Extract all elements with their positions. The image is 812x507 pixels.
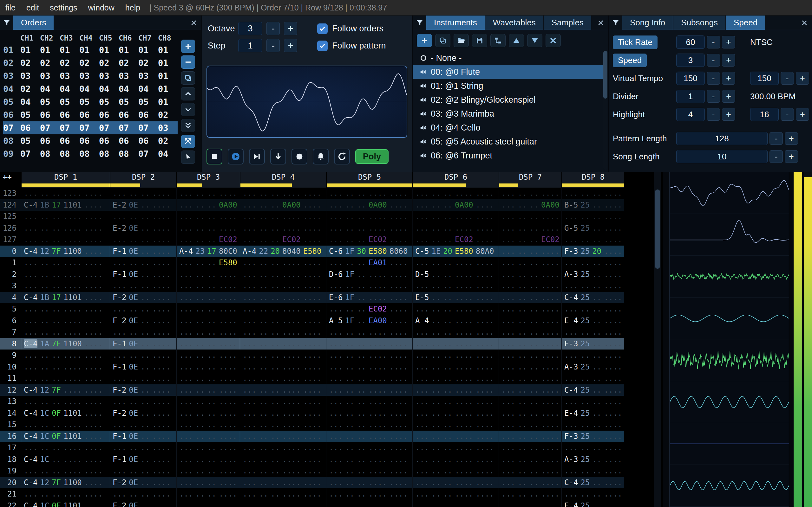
pattern-cell[interactable]: ...........	[499, 419, 561, 431]
pattern-cell[interactable]: ...............	[412, 326, 499, 338]
pattern-row[interactable]: 6...............F-20E...................…	[0, 315, 624, 327]
pattern-cell[interactable]: ...........	[561, 326, 624, 338]
orders-row[interactable]: 050405050505050501	[3, 95, 177, 108]
pattern-row[interactable]: 22C-41C0F1101....F-20E..................…	[0, 500, 624, 507]
highlight-major-decrement[interactable]: -	[780, 108, 794, 121]
orders-move-down-button[interactable]	[181, 103, 195, 116]
pattern-row[interactable]: 21......................................…	[0, 488, 624, 500]
pattern-cell[interactable]: ...........	[499, 303, 561, 315]
orders-row[interactable]: 090708080808080704	[3, 147, 177, 160]
pattern-cell[interactable]: ...........	[499, 396, 561, 407]
channel-header[interactable]: DSP 5	[326, 172, 412, 187]
instrument-add-button[interactable]	[417, 34, 432, 47]
pattern-cell[interactable]: ...........	[561, 187, 624, 199]
divider-increment-button[interactable]: +	[722, 90, 735, 103]
channel-header[interactable]: DSP 2	[110, 172, 176, 187]
pattern-cell[interactable]: ...............	[21, 222, 110, 234]
instrument-item[interactable]: 06: @6 Trumpet	[413, 149, 603, 163]
pattern-row[interactable]: 15......................................…	[0, 419, 624, 431]
orders-move-up-button[interactable]	[181, 87, 195, 101]
pattern-cell[interactable]: ...............	[240, 269, 326, 280]
pattern-cell[interactable]: ...............	[412, 477, 499, 489]
pattern-cell[interactable]: ...........	[499, 373, 561, 384]
pattern-cell[interactable]: ...............	[412, 442, 499, 454]
menu-file[interactable]: file	[0, 0, 21, 15]
pattern-row[interactable]: 4C-41B171101....F-20E...................…	[0, 292, 624, 303]
orders-edit-mode-button[interactable]	[181, 151, 195, 164]
poly-button[interactable]: Poly	[355, 149, 389, 164]
pattern-cell[interactable]: ...........	[499, 465, 561, 477]
pattern-row[interactable]: 0C-4127F1100....F-10E......A-4231780C0A-…	[0, 245, 624, 257]
song-info-menu-button[interactable]	[609, 15, 622, 30]
pattern-cell[interactable]: ...............	[240, 211, 326, 222]
pattern-cell[interactable]: ...........	[561, 396, 624, 407]
pattern-row[interactable]: 16C-41C0F1101....F-10E..................…	[0, 431, 624, 442]
pattern-row[interactable]: 11......................................…	[0, 373, 624, 384]
pattern-length-input[interactable]: 128	[676, 132, 768, 145]
pattern-cell[interactable]: ...............	[412, 257, 499, 269]
pattern-cell[interactable]: ...........	[110, 442, 176, 454]
instrument-item[interactable]: 04: @4 Cello	[413, 121, 603, 135]
highlight-minor-input[interactable]: 4	[676, 108, 705, 121]
expand-channels-button[interactable]: ++	[0, 172, 21, 187]
instrument-duplicate-button[interactable]	[435, 34, 450, 47]
virtual-tempo-numerator-decrement[interactable]: -	[707, 72, 720, 84]
song-length-decrement[interactable]: -	[769, 150, 783, 163]
pattern-row[interactable]: 20C-4127F1100....F-20E..................…	[0, 477, 624, 489]
pattern-cell[interactable]: ...........	[176, 211, 240, 222]
pattern-cell[interactable]: .......EC02....	[326, 303, 412, 315]
tick-rate-input[interactable]: 60	[676, 36, 705, 49]
speed-increment-button[interactable]: +	[722, 54, 735, 66]
instrument-open-button[interactable]	[454, 34, 469, 47]
pattern-row[interactable]: 126...............E-20E.................…	[0, 222, 624, 234]
pattern-cell[interactable]: C-425......	[561, 292, 624, 303]
pattern-cell[interactable]: ...........	[110, 303, 176, 315]
pattern-row[interactable]: 124C-41B171101....E-20E.............0A00…	[0, 199, 624, 211]
pattern-cell[interactable]: C-61F30E5808060	[326, 245, 412, 257]
pattern-cell[interactable]: ...............	[412, 338, 499, 350]
pattern-cell[interactable]: ...............	[21, 361, 110, 373]
pattern-cell[interactable]: .......EC02	[176, 234, 240, 245]
pattern-cell[interactable]: C-41C0F1101....	[21, 431, 110, 442]
pattern-cell[interactable]: ...............	[326, 465, 412, 477]
pattern-cell[interactable]: ...............	[412, 500, 499, 507]
pattern-cell[interactable]: ...............	[240, 431, 326, 442]
pattern-cell[interactable]: ...........	[176, 222, 240, 234]
pattern-cell[interactable]: ...............	[326, 396, 412, 407]
pattern-row[interactable]: 2...............F-10E...................…	[0, 269, 624, 280]
pattern-cell[interactable]: ...............	[412, 488, 499, 500]
pattern-cell[interactable]: ...............	[21, 269, 110, 280]
pattern-row[interactable]: 7.......................................…	[0, 326, 624, 338]
orders-menu-button[interactable]	[0, 15, 13, 30]
pattern-cell[interactable]: ...............	[326, 384, 412, 396]
pattern-cell[interactable]: ...........	[561, 419, 624, 431]
orders-row[interactable]: 060506060606060602	[3, 108, 177, 121]
pattern-cell[interactable]: ...............	[326, 373, 412, 384]
pattern-cell[interactable]: ...........	[110, 326, 176, 338]
instruments-close-button[interactable]	[593, 15, 608, 30]
pattern-cell[interactable]: E-61F..........	[326, 292, 412, 303]
orders-remove-button[interactable]	[181, 55, 195, 69]
pattern-cell[interactable]: ...............	[412, 222, 499, 234]
pattern-cell[interactable]: ...............	[412, 419, 499, 431]
pattern-cell[interactable]: .......0A00....	[326, 199, 412, 211]
pattern-cell[interactable]: F-20E......	[110, 292, 176, 303]
pattern-cell[interactable]: ...............	[21, 373, 110, 384]
pattern-cell[interactable]: ...........	[110, 488, 176, 500]
pattern-cell[interactable]: ...............	[240, 280, 326, 292]
pattern-cell[interactable]: C-41B171101....	[21, 199, 110, 211]
pattern-cell[interactable]: ...........	[110, 349, 176, 361]
pattern-row[interactable]: 14C-41C0F1101....F-20E..................…	[0, 407, 624, 419]
pattern-cell[interactable]: D-5............	[412, 269, 499, 280]
orders-close-button[interactable]	[186, 15, 201, 30]
channel-header[interactable]: DSP 8	[561, 172, 624, 187]
instrument-delete-button[interactable]	[546, 34, 561, 47]
pattern-cell[interactable]: ...............	[412, 465, 499, 477]
instrument-item[interactable]: 05: @5 Acoustic steel guitar	[413, 135, 603, 149]
orders-row[interactable]: 020202020202020201	[3, 56, 177, 69]
instrument-item[interactable]: 02: @2 Blingy/Glockenspiel	[413, 93, 603, 107]
play-pattern-button[interactable]	[249, 149, 265, 164]
pattern-cell[interactable]: ...............	[240, 396, 326, 407]
pattern-cell[interactable]: ...............	[412, 349, 499, 361]
orders-row[interactable]: 080506060606060602	[3, 134, 177, 147]
